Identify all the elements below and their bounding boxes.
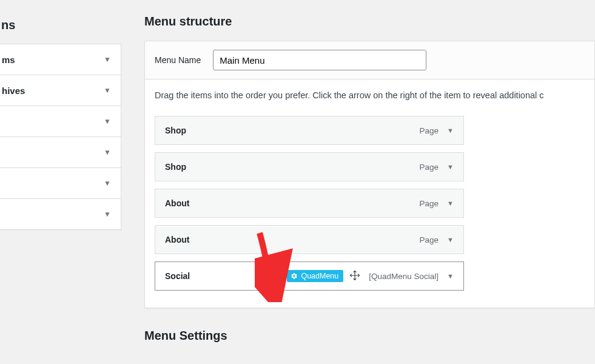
chevron-down-icon: ▼ bbox=[104, 55, 111, 64]
menu-items-list: Shop Page ▼ Shop Page ▼ About Page ▼ Abo… bbox=[145, 105, 594, 308]
accordion-item-1[interactable]: hives ▼ bbox=[0, 75, 121, 106]
menu-item-type: Page bbox=[420, 199, 439, 208]
chevron-down-icon: ▼ bbox=[104, 117, 111, 126]
menu-item-type: Page bbox=[420, 163, 439, 172]
menu-item-type: Page bbox=[420, 126, 439, 135]
menu-item-title: Shop bbox=[165, 162, 420, 172]
quadmenu-badge-label: QuadMenu bbox=[301, 272, 338, 280]
accordion-item-2[interactable]: ▼ bbox=[0, 106, 121, 136]
menu-item-title: Shop bbox=[165, 126, 420, 135]
menu-item-title: About bbox=[165, 235, 420, 244]
menu-item[interactable]: Shop Page ▼ bbox=[155, 152, 464, 181]
chevron-down-icon: ▼ bbox=[104, 148, 111, 157]
gear-icon bbox=[291, 272, 298, 280]
chevron-down-icon[interactable]: ▼ bbox=[447, 163, 454, 170]
move-cursor-icon bbox=[349, 270, 360, 283]
add-items-accordion: ms ▼ hives ▼ ▼ ▼ ▼ ▼ bbox=[0, 44, 121, 230]
chevron-down-icon: ▼ bbox=[104, 210, 111, 218]
menu-item[interactable]: About Page ▼ bbox=[155, 189, 464, 218]
chevron-down-icon: ▼ bbox=[104, 86, 111, 95]
chevron-down-icon[interactable]: ▼ bbox=[447, 272, 454, 280]
instructions-text: Drag the items into the order you prefer… bbox=[145, 79, 594, 105]
accordion-item-label: hives bbox=[2, 86, 25, 96]
add-items-heading: ns bbox=[1, 18, 15, 32]
menu-item-type: [QuadMenu Social] bbox=[369, 272, 439, 281]
quadmenu-badge[interactable]: QuadMenu bbox=[287, 270, 343, 282]
accordion-item-5[interactable]: ▼ bbox=[0, 199, 121, 229]
menu-item-title: Social bbox=[165, 271, 287, 281]
menu-name-label: Menu Name bbox=[155, 55, 201, 65]
chevron-down-icon[interactable]: ▼ bbox=[447, 236, 454, 243]
chevron-down-icon[interactable]: ▼ bbox=[447, 127, 454, 134]
menu-name-input[interactable] bbox=[213, 50, 426, 70]
accordion-item-3[interactable]: ▼ bbox=[0, 137, 121, 167]
menu-name-row: Menu Name bbox=[145, 41, 594, 79]
chevron-down-icon: ▼ bbox=[104, 179, 111, 187]
menu-item[interactable]: Shop Page ▼ bbox=[155, 116, 464, 145]
accordion-item-label: ms bbox=[2, 55, 15, 65]
menu-item[interactable]: Social QuadMenu [QuadMenu Social] ▼ bbox=[155, 261, 464, 291]
menu-structure-panel: Menu Name Drag the items into the order … bbox=[144, 41, 595, 308]
accordion-item-4[interactable]: ▼ bbox=[0, 168, 121, 198]
accordion-item-0[interactable]: ms ▼ bbox=[0, 44, 121, 75]
menu-item-type: Page bbox=[420, 235, 439, 244]
section-heading-structure: Menu structure bbox=[144, 15, 595, 29]
menu-item[interactable]: About Page ▼ bbox=[155, 225, 464, 254]
section-heading-settings: Menu Settings bbox=[144, 329, 595, 343]
chevron-down-icon[interactable]: ▼ bbox=[447, 200, 454, 207]
menu-item-title: About bbox=[165, 198, 420, 208]
